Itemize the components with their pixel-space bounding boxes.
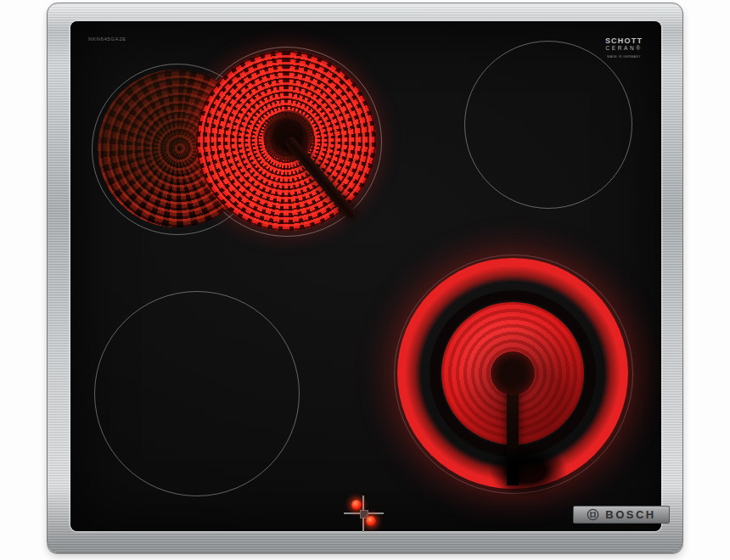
schott-ceran-logo: SCHOTT CERAN® MADE IN GERMANY bbox=[597, 36, 651, 59]
zone-top-right-outline bbox=[464, 41, 632, 209]
sensor-base-shadow bbox=[489, 445, 567, 497]
product-photo-cooktop: NKN645GA2E SCHOTT CERAN® MADE IN GERMANY bbox=[0, 0, 730, 560]
model-number-label: NKN645GA2E bbox=[88, 36, 126, 42]
bosch-anchor-icon bbox=[587, 508, 599, 521]
zone-bottom-left-outline bbox=[94, 291, 300, 496]
bosch-wordmark: BOSCH bbox=[605, 509, 655, 520]
schott-wordmark: SCHOTT bbox=[597, 36, 651, 45]
glowing-zone-bottom-right bbox=[397, 258, 628, 489]
residual-heat-led-2 bbox=[366, 516, 376, 526]
sensor-head-hub bbox=[491, 351, 535, 395]
residual-heat-led-1 bbox=[351, 500, 362, 510]
bosch-badge: BOSCH bbox=[573, 506, 670, 524]
ceran-wordmark: CERAN® bbox=[597, 45, 651, 52]
made-in-label: MADE IN GERMANY bbox=[597, 55, 651, 59]
